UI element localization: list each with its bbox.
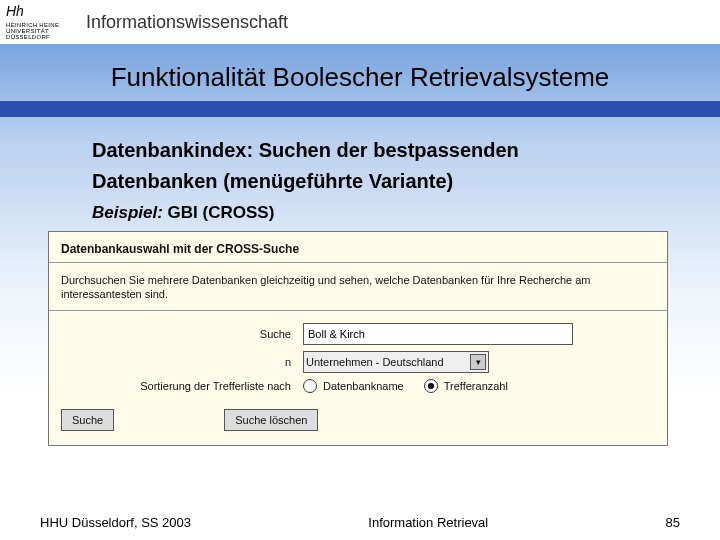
search-button[interactable]: Suche bbox=[61, 409, 114, 431]
footer-center: Information Retrieval bbox=[368, 515, 488, 530]
logo-script: Hh bbox=[6, 4, 24, 18]
select-value: Unternehmen - Deutschland bbox=[306, 356, 444, 368]
example-value: GBI (CROSS) bbox=[168, 203, 275, 222]
search-input[interactable] bbox=[303, 323, 573, 345]
radio-dbname[interactable]: Datenbankname bbox=[303, 379, 404, 393]
subheading-line1: Datenbankindex: Suchen der bestpassenden bbox=[92, 139, 650, 162]
radio-hits[interactable]: Trefferanzahl bbox=[424, 379, 508, 393]
label-search: Suche bbox=[61, 328, 303, 340]
example-line: Beispiel: GBI (CROSS) bbox=[92, 203, 650, 223]
example-label: Beispiel: bbox=[92, 203, 163, 222]
subheading-line2: Datenbanken (menügeführte Variante) bbox=[92, 170, 650, 193]
database-select[interactable]: Unternehmen - Deutschland ▾ bbox=[303, 351, 489, 373]
university-logo: Hh HEINRICH HEINE UNIVERSITÄT DÜSSELDORF bbox=[6, 4, 76, 40]
radio-dbname-label: Datenbankname bbox=[323, 380, 404, 392]
radio-icon bbox=[424, 379, 438, 393]
radio-icon bbox=[303, 379, 317, 393]
label-in: n bbox=[61, 356, 303, 368]
chevron-down-icon: ▾ bbox=[470, 354, 486, 370]
row-sort: Sortierung der Trefferliste nach Datenba… bbox=[61, 379, 655, 393]
footer-left: HHU Düsseldorf, SS 2003 bbox=[40, 515, 191, 530]
footer-right: 85 bbox=[666, 515, 680, 530]
search-form: Suche n Unternehmen - Deutschland ▾ Sort… bbox=[49, 311, 667, 445]
button-row: Suche Suche löschen bbox=[61, 399, 655, 431]
slide-footer: HHU Düsseldorf, SS 2003 Information Retr… bbox=[0, 515, 720, 530]
slide-header: Hh HEINRICH HEINE UNIVERSITÄT DÜSSELDORF… bbox=[0, 0, 720, 44]
department-name: Informationswissenschaft bbox=[86, 12, 288, 33]
slide-content: Datenbankindex: Suchen der bestpassenden… bbox=[0, 117, 720, 446]
slide-title: Funktionalität Boolescher Retrievalsyste… bbox=[111, 62, 610, 93]
title-area: Funktionalität Boolescher Retrievalsyste… bbox=[0, 62, 720, 93]
row-search: Suche bbox=[61, 323, 655, 345]
title-underline-bar bbox=[0, 101, 720, 117]
clear-button[interactable]: Suche löschen bbox=[224, 409, 318, 431]
logo-small-text: HEINRICH HEINE UNIVERSITÄT DÜSSELDORF bbox=[6, 22, 76, 40]
shot-paragraph: Durchsuchen Sie mehrere Datenbanken glei… bbox=[49, 263, 667, 310]
radio-hits-label: Trefferanzahl bbox=[444, 380, 508, 392]
embedded-screenshot: Datenbankauswahl mit der CROSS-Suche Dur… bbox=[48, 231, 668, 446]
label-sort: Sortierung der Trefferliste nach bbox=[61, 380, 303, 392]
row-in: n Unternehmen - Deutschland ▾ bbox=[61, 351, 655, 373]
shot-section-title: Datenbankauswahl mit der CROSS-Suche bbox=[49, 232, 667, 262]
